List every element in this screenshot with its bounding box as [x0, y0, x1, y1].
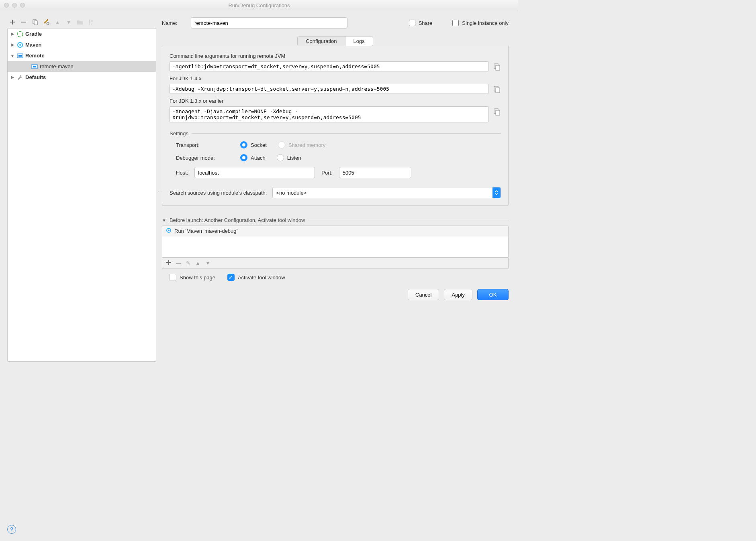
- single-instance-label: Single instance only: [462, 20, 509, 26]
- module-classpath-label: Search sources using module's classpath:: [170, 190, 267, 196]
- zoom-window-icon[interactable]: [20, 3, 25, 8]
- single-instance-checkbox-input[interactable]: [452, 20, 459, 26]
- tree-item-label: Remote: [25, 53, 45, 59]
- apply-button[interactable]: Apply: [444, 289, 472, 300]
- debugger-listen-label: Listen: [287, 155, 301, 161]
- chevron-right-icon: ▶: [10, 42, 15, 47]
- remove-config-button[interactable]: [20, 18, 27, 26]
- before-launch-item-label: Run 'Maven 'maven-debug'': [174, 228, 239, 234]
- svg-text:z: z: [91, 22, 93, 25]
- port-input[interactable]: [339, 167, 411, 178]
- svg-point-2: [47, 22, 49, 25]
- transport-socket-label: Socket: [251, 142, 267, 148]
- tree-toolbar: ▲ ▼ az: [7, 16, 156, 28]
- copy-icon[interactable]: [493, 63, 501, 71]
- svg-rect-1: [34, 21, 37, 25]
- transport-label: Transport:: [176, 142, 240, 148]
- sort-button[interactable]: az: [88, 18, 95, 26]
- add-task-button[interactable]: [166, 260, 171, 266]
- divider: [192, 133, 501, 134]
- copy-config-button[interactable]: [31, 18, 39, 26]
- tab-configuration[interactable]: Configuration: [298, 37, 345, 46]
- jdk14-label: For JDK 1.4.x: [170, 75, 501, 81]
- jdk13-field[interactable]: -Xnoagent -Djava.compiler=NONE -Xdebug -…: [170, 106, 489, 122]
- before-launch-list[interactable]: Run 'Maven 'maven-debug'': [162, 226, 509, 258]
- copy-icon[interactable]: [493, 108, 501, 116]
- show-this-page-label: Show this page: [180, 275, 215, 281]
- add-config-button[interactable]: [9, 18, 16, 26]
- maven-icon: [16, 41, 24, 49]
- tabs: Configuration Logs: [297, 36, 373, 46]
- share-checkbox[interactable]: Share: [409, 20, 433, 26]
- remove-task-button[interactable]: —: [176, 260, 181, 266]
- radio-on-icon: [240, 154, 247, 161]
- cmd-args-field[interactable]: -agentlib:jdwp=transport=dt_socket,serve…: [170, 61, 489, 71]
- copy-icon[interactable]: [493, 85, 501, 94]
- chevron-down-icon: ▼: [10, 53, 15, 58]
- move-task-down-button[interactable]: ▼: [205, 260, 210, 266]
- checkbox-on-icon: ✓: [227, 274, 235, 281]
- tree-item-label: Maven: [25, 42, 41, 48]
- chevron-down-icon[interactable]: ▼: [162, 218, 166, 223]
- tree-item-label: Defaults: [25, 74, 46, 80]
- jdk13-label: For JDK 1.3.x or earlier: [170, 98, 501, 104]
- svg-rect-9: [18, 55, 22, 57]
- gear-icon: [166, 227, 172, 235]
- svg-rect-17: [496, 110, 500, 115]
- debugger-attach-radio[interactable]: Attach: [240, 154, 266, 161]
- edit-defaults-button[interactable]: [43, 18, 50, 26]
- close-window-icon[interactable]: [4, 3, 9, 8]
- chevron-right-icon: ▶: [10, 75, 15, 80]
- divider: [308, 220, 509, 220]
- wrench-icon: [16, 74, 24, 81]
- move-up-button[interactable]: ▲: [54, 18, 61, 26]
- host-input[interactable]: [194, 167, 315, 178]
- minimize-window-icon[interactable]: [12, 3, 17, 8]
- single-instance-checkbox[interactable]: Single instance only: [452, 20, 509, 26]
- tree-item-remote-maven[interactable]: remote-maven: [8, 61, 156, 72]
- cmd-args-label: Command line arguments for running remot…: [170, 53, 501, 59]
- tree-item-label: Gradle: [25, 31, 42, 37]
- activate-tool-window-checkbox[interactable]: ✓ Activate tool window: [227, 274, 285, 281]
- tree-item-gradle[interactable]: ▶ Gradle: [8, 28, 156, 39]
- svg-rect-15: [496, 88, 500, 93]
- move-task-up-button[interactable]: ▲: [195, 260, 200, 266]
- tree-item-remote[interactable]: ▼ Remote: [8, 50, 156, 61]
- tree-item-label: remote-maven: [40, 63, 74, 69]
- folder-button[interactable]: [76, 18, 84, 26]
- jdk14-field[interactable]: -Xdebug -Xrunjdwp:transport=dt_socket,se…: [170, 84, 489, 94]
- tab-logs[interactable]: Logs: [345, 37, 373, 46]
- svg-point-7: [19, 44, 21, 46]
- share-label: Share: [419, 20, 433, 26]
- transport-shared-radio: Shared memory: [278, 141, 325, 148]
- edit-task-button[interactable]: ✎: [186, 260, 190, 266]
- name-input[interactable]: [191, 17, 347, 28]
- before-launch-item[interactable]: Run 'Maven 'maven-debug'': [162, 226, 508, 236]
- radio-off-icon: [278, 141, 285, 148]
- svg-rect-11: [33, 66, 36, 67]
- tree-item-defaults[interactable]: ▶ Defaults: [8, 72, 156, 83]
- debugger-attach-label: Attach: [251, 155, 266, 161]
- configuration-panel: Command line arguments for running remot…: [162, 46, 509, 206]
- show-this-page-checkbox[interactable]: Show this page: [169, 274, 215, 281]
- module-classpath-select[interactable]: <no module>: [272, 187, 501, 198]
- radio-on-icon: [240, 141, 247, 148]
- window-title: Run/Debug Configurations: [0, 2, 518, 8]
- svg-rect-13: [496, 65, 500, 70]
- settings-heading: Settings: [170, 130, 188, 136]
- svg-point-5: [17, 31, 23, 37]
- activate-tool-window-label: Activate tool window: [238, 275, 285, 281]
- config-tree[interactable]: ▶ Gradle ▶ Maven ▼ Remote remote-maven ▶: [7, 28, 156, 362]
- titlebar: Run/Debug Configurations: [0, 0, 518, 11]
- ok-button[interactable]: OK: [477, 289, 509, 300]
- module-classpath-value: <no module>: [276, 190, 306, 196]
- share-checkbox-input[interactable]: [409, 20, 415, 26]
- transport-socket-radio[interactable]: Socket: [240, 141, 267, 148]
- gradle-icon: [16, 31, 24, 38]
- name-label: Name:: [162, 20, 185, 26]
- tree-item-maven[interactable]: ▶ Maven: [8, 39, 156, 50]
- move-down-button[interactable]: ▼: [65, 18, 72, 26]
- debugger-listen-radio[interactable]: Listen: [277, 154, 301, 161]
- cancel-button[interactable]: Cancel: [408, 289, 439, 300]
- resize-grip-icon[interactable]: ⋮: [158, 189, 162, 193]
